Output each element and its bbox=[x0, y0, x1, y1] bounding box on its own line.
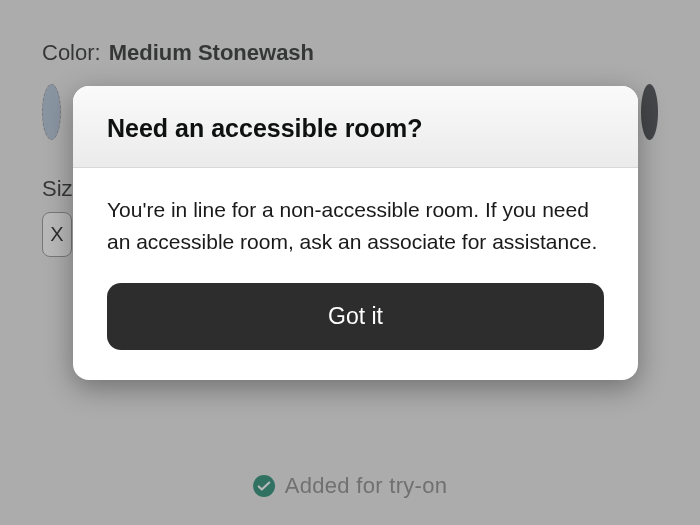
modal-title: Need an accessible room? bbox=[107, 114, 604, 143]
modal-header: Need an accessible room? bbox=[73, 86, 638, 168]
accessible-room-modal: Need an accessible room? You're in line … bbox=[73, 86, 638, 380]
got-it-button[interactable]: Got it bbox=[107, 283, 604, 350]
modal-body: You're in line for a non-accessible room… bbox=[73, 168, 638, 380]
modal-text: You're in line for a non-accessible room… bbox=[107, 194, 604, 257]
